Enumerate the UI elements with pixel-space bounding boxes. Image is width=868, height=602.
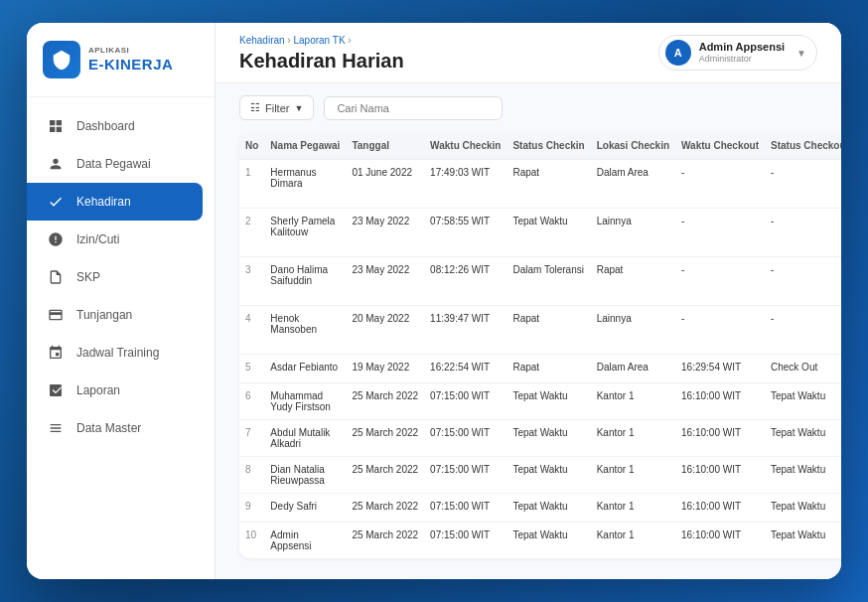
cell-status-in: Tepat Waktu	[506, 523, 590, 559]
sidebar-item-skp-label: SKP	[76, 270, 100, 284]
sidebar-item-laporan[interactable]: Laporan	[27, 372, 215, 409]
cell-no: 4	[239, 306, 264, 355]
col-status-out: Status Checkout	[765, 132, 841, 160]
cell-nama: Dedy Safri	[264, 494, 346, 523]
cell-status-in: Tepat Waktu	[506, 494, 590, 523]
app-window: APLIKASI E-KINERJA Dashboard Data Pegawa…	[27, 23, 841, 579]
table-wrapper: No Nama Pegawai Tanggal Waktu Checkin St…	[216, 132, 841, 579]
cell-status-out: Tepat Waktu	[765, 383, 841, 420]
sidebar-item-tunjangan[interactable]: Tunjangan	[27, 296, 215, 334]
data-master-icon	[47, 419, 65, 437]
cell-nama: Abdul Mutalik Alkadri	[264, 420, 346, 457]
cell-waktu-in: 07:15:00 WIT	[424, 457, 506, 494]
user-name: Admin Appsensi	[699, 41, 785, 54]
col-waktu-out: Waktu Checkout	[675, 132, 765, 160]
sidebar-item-data-master-label: Data Master	[76, 421, 141, 435]
avatar: A	[665, 40, 691, 66]
filter-button[interactable]: ☷ Filter ▼	[239, 95, 314, 120]
cell-no: 3	[239, 257, 264, 306]
sidebar-item-skp[interactable]: SKP	[27, 258, 215, 296]
user-menu[interactable]: A Admin Appsensi Administrator ▼	[658, 35, 817, 71]
table-header-row: No Nama Pegawai Tanggal Waktu Checkin St…	[239, 132, 841, 160]
dropdown-arrow-icon: ▼	[796, 48, 806, 59]
filter-icon: ☷	[250, 101, 260, 114]
cell-tanggal: 25 March 2022	[346, 494, 424, 523]
sidebar-nav: Dashboard Data Pegawai Kehadiran Izin/Cu…	[27, 97, 215, 579]
cell-nama: Hermanus Dimara	[264, 160, 346, 209]
cell-waktu-in: 17:49:03 WIT	[424, 160, 506, 209]
cell-waktu-out: -	[675, 160, 765, 209]
col-lokasi: Lokasi Checkin	[591, 132, 675, 160]
toolbar: ☷ Filter ▼	[216, 83, 841, 132]
cell-waktu-out: 16:10:00 WIT	[675, 420, 765, 457]
cell-status-out: Tepat Waktu	[765, 420, 841, 457]
filter-chevron-icon: ▼	[294, 103, 303, 113]
cell-waktu-out: 16:10:00 WIT	[675, 494, 765, 523]
logo-bottom-text: E-KINERJA	[88, 56, 173, 74]
cell-tanggal: 01 June 2022	[346, 160, 424, 209]
breadcrumb-laporan: Laporan TK	[293, 35, 345, 46]
user-role: Administrator	[699, 54, 785, 65]
table-row: 7 Abdul Mutalik Alkadri 25 March 2022 07…	[239, 420, 841, 457]
cell-tanggal: 25 March 2022	[346, 420, 424, 457]
table-row: 2 Sherly Pamela Kalitouw 23 May 2022 07:…	[239, 209, 841, 257]
sidebar-item-data-master[interactable]: Data Master	[27, 409, 215, 447]
sidebar-item-laporan-label: Laporan	[76, 383, 120, 397]
cell-status-out: -	[765, 257, 841, 306]
cell-tanggal: 25 March 2022	[346, 383, 424, 420]
cell-nama: Henok Mansoben	[264, 306, 346, 355]
sidebar-item-izin-cuti[interactable]: Izin/Cuti	[27, 221, 215, 258]
cell-waktu-out: -	[675, 306, 765, 355]
cell-tanggal: 25 March 2022	[346, 523, 424, 559]
cell-status-in: Rapat	[506, 160, 590, 209]
cell-status-out: -	[765, 209, 841, 257]
cell-status-out: Tepat Waktu	[765, 494, 841, 523]
cell-nama: Sherly Pamela Kalitouw	[264, 209, 346, 257]
cell-no: 5	[239, 355, 264, 383]
cell-no: 1	[239, 160, 264, 209]
cell-lokasi: Lainnya	[591, 306, 675, 355]
jadwal-training-icon	[47, 344, 65, 362]
filter-label: Filter	[265, 102, 289, 114]
sidebar-item-jadwal-training[interactable]: Jadwal Training	[27, 334, 215, 372]
cell-status-out: Check Out	[765, 355, 841, 383]
izin-cuti-icon	[47, 230, 65, 248]
cell-waktu-in: 16:22:54 WIT	[424, 355, 506, 383]
col-status-in: Status Checkin	[506, 132, 590, 160]
cell-tanggal: 23 May 2022	[346, 257, 424, 306]
cell-status-in: Tepat Waktu	[506, 209, 590, 257]
cell-tanggal: 25 March 2022	[346, 457, 424, 494]
header-right: A Admin Appsensi Administrator ▼	[658, 35, 817, 71]
sidebar-item-dashboard-label: Dashboard	[76, 119, 135, 133]
cell-status-in: Tepat Waktu	[506, 420, 590, 457]
cell-no: 2	[239, 209, 264, 257]
table-row: 1 Hermanus Dimara 01 June 2022 17:49:03 …	[239, 160, 841, 209]
cell-lokasi: Kantor 1	[591, 383, 675, 420]
search-input[interactable]	[324, 96, 503, 120]
attendance-table: No Nama Pegawai Tanggal Waktu Checkin St…	[239, 132, 841, 558]
sidebar-item-data-pegawai[interactable]: Data Pegawai	[27, 145, 215, 183]
cell-lokasi: Lainnya	[591, 209, 675, 257]
logo-top-text: APLIKASI	[88, 46, 173, 56]
cell-status-out: -	[765, 160, 841, 209]
cell-status-in: Rapat	[506, 355, 590, 383]
skp-icon	[47, 268, 65, 286]
laporan-icon	[47, 381, 65, 399]
sidebar-item-dashboard[interactable]: Dashboard	[27, 107, 215, 145]
table-row: 6 Muhammad Yudy Firstson 25 March 2022 0…	[239, 383, 841, 420]
cell-status-in: Dalam Toleransi	[506, 257, 590, 306]
cell-waktu-out: 16:10:00 WIT	[675, 523, 765, 559]
table-row: 5 Asdar Febianto 19 May 2022 16:22:54 WI…	[239, 355, 841, 383]
col-tanggal: Tanggal	[346, 132, 424, 160]
sidebar-item-izin-cuti-label: Izin/Cuti	[76, 232, 119, 246]
cell-waktu-out: -	[675, 257, 765, 306]
cell-waktu-in: 07:15:00 WIT	[424, 383, 506, 420]
cell-tanggal: 23 May 2022	[346, 209, 424, 257]
table-row: 10 Admin Appsensi 25 March 2022 07:15:00…	[239, 523, 841, 559]
logo-icon	[43, 41, 80, 78]
cell-lokasi: Dalam Area	[591, 160, 675, 209]
cell-no: 7	[239, 420, 264, 457]
table-row: 8 Dian Natalia Rieuwpassa 25 March 2022 …	[239, 457, 841, 494]
sidebar-item-kehadiran[interactable]: Kehadiran	[27, 183, 203, 221]
cell-lokasi: Kantor 1	[591, 494, 675, 523]
